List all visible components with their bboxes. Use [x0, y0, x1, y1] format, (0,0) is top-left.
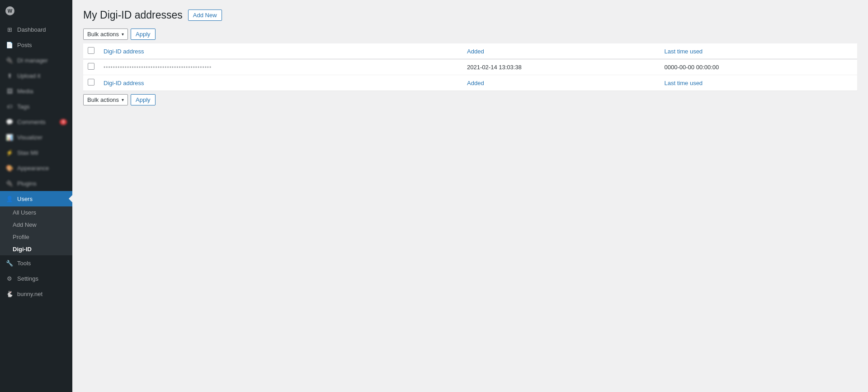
apply-button-top[interactable]: Apply [131, 29, 156, 40]
page-title: My Digi-ID addresses [83, 9, 183, 21]
wp-logo-icon: W [5, 6, 14, 15]
dashboard-icon: ⊞ [5, 25, 14, 33]
row-last-used-cell: 0000-00-00 00:00:00 [660, 59, 857, 75]
tags-icon: 🏷 [5, 102, 14, 110]
sidebar-item-comments[interactable]: 💬 Comments 8 [0, 114, 72, 129]
footer-select-all-checkbox[interactable] [88, 79, 94, 86]
header-last-used[interactable]: Last time used [660, 43, 857, 59]
address-value: ••••••••••••••••••••••••••••••••••••••••… [104, 64, 212, 71]
footer-header-last-used[interactable]: Last time used [660, 75, 857, 91]
plugins-icon: 🔌 [5, 179, 14, 187]
sidebar-item-visualizer[interactable]: 📊 Visualizer [0, 129, 72, 145]
header-address[interactable]: Digi-ID address [99, 43, 462, 59]
chevron-down-icon-top: ▾ [122, 32, 124, 37]
settings-icon: ⚙ [5, 274, 14, 282]
media-icon: 🖼 [5, 87, 14, 95]
header-added[interactable]: Added [462, 43, 660, 59]
sidebar-item-tools[interactable]: 🔧 Tools [0, 255, 72, 271]
posts-icon: 📄 [5, 41, 14, 49]
header-checkbox-col [83, 43, 99, 59]
sidebar-logo[interactable]: W [0, 0, 72, 22]
submenu-add-new[interactable]: Add New [0, 219, 72, 231]
apply-button-bottom[interactable]: Apply [131, 94, 156, 105]
upload-icon: ⬆ [5, 72, 14, 80]
footer-header-added[interactable]: Added [462, 75, 660, 91]
sidebar-item-plugins[interactable]: 🔌 Plugins [0, 176, 72, 191]
submenu-all-users[interactable]: All Users [0, 206, 72, 219]
chevron-down-icon-bottom: ▾ [122, 97, 124, 102]
row-checkbox-cell [83, 59, 99, 75]
table-row: ••••••••••••••••••••••••••••••••••••••••… [83, 59, 857, 75]
users-submenu: All Users Add New Profile Digi-ID [0, 206, 72, 255]
di-icon: 🔌 [5, 56, 14, 64]
bunny-icon: 🐇 [5, 290, 14, 298]
appearance-icon: 🎨 [5, 164, 14, 172]
row-added-cell: 2021-02-14 13:03:38 [462, 59, 660, 75]
sidebar-item-posts[interactable]: 📄 Posts [0, 37, 72, 53]
submenu-profile[interactable]: Profile [0, 231, 72, 243]
bulk-actions-bar-bottom: Bulk actions ▾ Apply [83, 94, 857, 105]
sidebar-item-tags[interactable]: 🏷 Tags [0, 99, 72, 114]
bulk-actions-label-bottom: Bulk actions [87, 96, 119, 103]
sidebar-item-dashboard[interactable]: ⊞ Dashboard [0, 22, 72, 37]
select-all-checkbox[interactable] [88, 47, 94, 54]
sidebar-item-stax[interactable]: ⚡ Stax Mil [0, 145, 72, 160]
stax-icon: ⚡ [5, 148, 14, 157]
submenu-digi-id[interactable]: Digi-ID [0, 243, 72, 255]
sidebar-item-appearance[interactable]: 🎨 Appearance [0, 160, 72, 176]
bulk-actions-bar-top: Bulk actions ▾ Apply [83, 29, 857, 40]
sidebar: W ⊞ Dashboard 📄 Posts 🔌 DI manager ⬆ Upl… [0, 0, 72, 392]
sidebar-item-settings[interactable]: ⚙ Settings [0, 271, 72, 286]
table-body: ••••••••••••••••••••••••••••••••••••••••… [83, 59, 857, 91]
sidebar-item-users[interactable]: 👤 Users [0, 191, 72, 206]
row-checkbox[interactable] [88, 63, 94, 70]
sidebar-item-media[interactable]: 🖼 Media [0, 83, 72, 99]
table-header-row: Digi-ID address Added Last time used [83, 43, 857, 59]
footer-header-address[interactable]: Digi-ID address [99, 75, 462, 91]
footer-checkbox-col [83, 75, 99, 91]
sidebar-item-upload[interactable]: ⬆ Upload it [0, 68, 72, 83]
bulk-actions-select-bottom[interactable]: Bulk actions ▾ [83, 94, 128, 105]
bulk-actions-select-top[interactable]: Bulk actions ▾ [83, 29, 128, 40]
add-new-button[interactable]: Add New [188, 10, 222, 21]
sidebar-item-bunny[interactable]: 🐇 bunny.net [0, 286, 72, 301]
users-icon: 👤 [5, 195, 14, 203]
visualizer-icon: 📊 [5, 133, 14, 141]
page-title-row: My Digi-ID addresses Add New [83, 9, 857, 21]
sidebar-item-di-manager[interactable]: 🔌 DI manager [0, 53, 72, 68]
row-address-cell: ••••••••••••••••••••••••••••••••••••••••… [99, 59, 462, 75]
comments-icon: 💬 [5, 118, 14, 126]
main-content: My Digi-ID addresses Add New Bulk action… [72, 0, 868, 392]
tools-icon: 🔧 [5, 259, 14, 267]
digi-id-table: Digi-ID address Added Last time used •••… [83, 43, 857, 91]
table-footer-header-row: Digi-ID address Added Last time used [83, 75, 857, 91]
comments-badge: 8 [60, 119, 67, 125]
bulk-actions-label-top: Bulk actions [87, 31, 119, 38]
